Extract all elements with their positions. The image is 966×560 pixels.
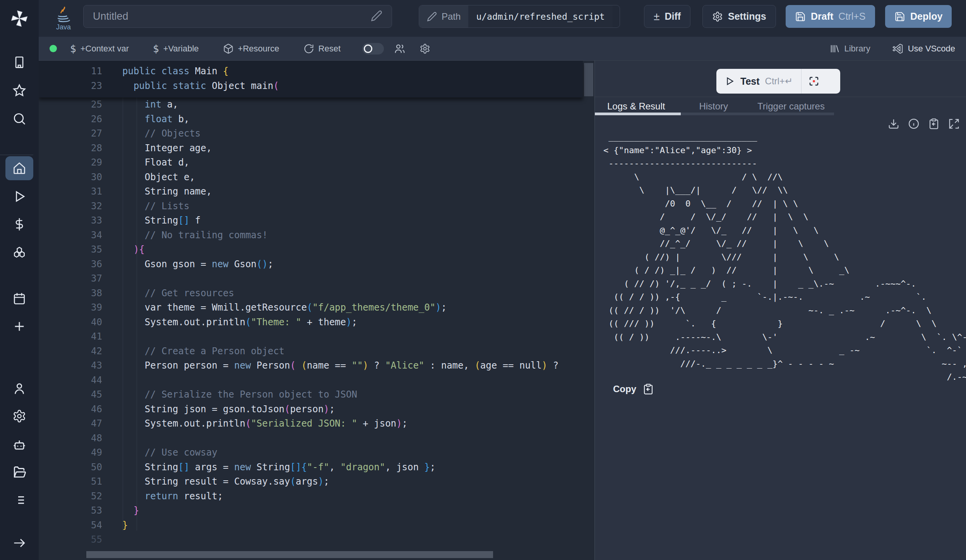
play-icon: [725, 76, 735, 86]
path-label-section[interactable]: Path: [419, 5, 468, 27]
home-icon[interactable]: [12, 161, 26, 175]
line-number[interactable]: 43: [39, 359, 102, 373]
topbar: Java Untitled Path u/admin/refreshed_scr…: [39, 0, 966, 37]
plus-minus-icon: ±: [654, 10, 659, 23]
tab-logs-and-result[interactable]: Logs & Result: [607, 101, 665, 112]
reset-button[interactable]: Reset: [303, 43, 341, 54]
test-shortcut: Ctrl+↵: [765, 76, 793, 87]
user-icon[interactable]: [12, 382, 26, 396]
line-number[interactable]: 38: [39, 286, 102, 301]
copy-result-button[interactable]: Copy: [613, 383, 654, 395]
favorites-star-icon[interactable]: [12, 84, 26, 97]
schedules-calendar-icon[interactable]: [12, 292, 26, 306]
line-number[interactable]: 27: [39, 126, 102, 141]
capture-test-args-button[interactable]: [802, 69, 826, 94]
code-line: 49 // Use cowsay: [39, 446, 594, 460]
copy-result-clipboard-icon[interactable]: [928, 118, 940, 130]
line-number[interactable]: 50: [39, 460, 102, 475]
code-line: 44: [39, 373, 594, 388]
line-number[interactable]: 34: [39, 228, 102, 243]
path-control[interactable]: Path u/admin/refreshed_script: [419, 5, 620, 28]
line-number[interactable]: 32: [39, 199, 102, 214]
line-number[interactable]: 28: [39, 141, 102, 156]
line-number[interactable]: 51: [39, 475, 102, 489]
use-vscode-button[interactable]: Use VScode: [892, 43, 955, 55]
line-number[interactable]: 26: [39, 112, 102, 127]
draft-label: Draft: [811, 11, 833, 22]
library-button[interactable]: Library: [829, 43, 870, 54]
code-line: 25 int a,: [39, 97, 594, 112]
expand-sidebar-arrow-icon[interactable]: [12, 536, 26, 550]
download-result-icon[interactable]: [888, 118, 899, 130]
line-number[interactable]: 49: [39, 446, 102, 460]
audit-logs-list-icon[interactable]: [12, 493, 26, 507]
runs-play-icon[interactable]: [12, 190, 26, 203]
line-number[interactable]: 44: [39, 373, 102, 388]
code-lines: 25 int a,26 float b,27 // Objects28 Inte…: [39, 97, 594, 547]
add-context-var-button[interactable]: $ +Context var: [70, 43, 129, 55]
tab-trigger-captures[interactable]: Trigger captures: [757, 101, 825, 112]
line-number[interactable]: 23: [39, 79, 102, 93]
deploy-button[interactable]: Deploy: [885, 5, 952, 28]
code-line: 36 Gson gson = new Gson();: [39, 257, 594, 272]
collaborators-button[interactable]: [394, 43, 406, 55]
line-number[interactable]: 36: [39, 257, 102, 272]
scan-capture-icon: [808, 75, 820, 87]
variable-label: +Variable: [163, 44, 199, 54]
line-number[interactable]: 31: [39, 184, 102, 199]
line-number[interactable]: 54: [39, 518, 102, 533]
settings-label: Settings: [728, 11, 766, 22]
line-number[interactable]: 45: [39, 388, 102, 402]
settings-gear-icon[interactable]: [12, 409, 26, 423]
code-line: 34 // No trailing commas!: [39, 228, 594, 243]
add-resource-button[interactable]: +Resource: [223, 43, 279, 54]
line-number[interactable]: 29: [39, 155, 102, 170]
code-line: 45 // Serialize the Person object to JSO…: [39, 388, 594, 402]
editor-horizontal-scrollbar[interactable]: [86, 551, 493, 558]
toolbar-right: Library Use VScode: [829, 43, 955, 55]
line-number[interactable]: 39: [39, 300, 102, 315]
line-number[interactable]: 40: [39, 315, 102, 330]
line-number[interactable]: 46: [39, 402, 102, 417]
diff-mode-toggle[interactable]: [362, 43, 384, 55]
toggle-knob: [364, 44, 372, 53]
path-value: u/admin/refreshed_script: [468, 5, 612, 27]
line-number[interactable]: 41: [39, 330, 102, 344]
line-number[interactable]: 42: [39, 344, 102, 359]
expand-result-icon[interactable]: [948, 118, 960, 130]
workers-bot-icon[interactable]: [12, 437, 27, 452]
folders-icon[interactable]: [12, 465, 27, 480]
line-number[interactable]: 30: [39, 170, 102, 185]
diff-button[interactable]: ± Diff: [644, 5, 690, 28]
windmill-logo-icon[interactable]: [9, 9, 29, 29]
add-plus-icon[interactable]: [13, 320, 26, 333]
script-title-input[interactable]: Untitled: [83, 5, 392, 28]
line-number[interactable]: 55: [39, 533, 102, 547]
code-editor[interactable]: 25 int a,26 float b,27 // Objects28 Inte…: [39, 60, 594, 560]
draft-button[interactable]: Draft Ctrl+S: [786, 5, 875, 28]
line-number[interactable]: 11: [39, 64, 102, 79]
editor-settings-button[interactable]: [420, 43, 430, 54]
line-number[interactable]: 25: [39, 97, 102, 112]
resources-boxes-icon[interactable]: [12, 245, 27, 260]
variables-dollar-icon[interactable]: [12, 217, 26, 231]
line-number[interactable]: 48: [39, 431, 102, 446]
workspace-icon[interactable]: [12, 55, 26, 69]
gear-icon: [420, 43, 430, 54]
line-number[interactable]: 35: [39, 242, 102, 257]
line-number[interactable]: 37: [39, 271, 102, 286]
code-line: 42 // Create a Person object: [39, 344, 594, 359]
line-number[interactable]: 53: [39, 504, 102, 518]
result-info-icon[interactable]: [908, 118, 920, 130]
add-variable-button[interactable]: $ +Variable: [153, 43, 199, 55]
editor-vertical-scrollbar[interactable]: [584, 63, 593, 96]
line-number[interactable]: 33: [39, 213, 102, 228]
search-icon[interactable]: [12, 112, 26, 126]
line-number[interactable]: 52: [39, 489, 102, 504]
edit-title-pencil-icon[interactable]: [371, 10, 382, 23]
tab-history[interactable]: History: [699, 101, 728, 112]
vscode-label: Use VScode: [908, 44, 955, 54]
line-number[interactable]: 47: [39, 417, 102, 431]
test-button[interactable]: Test Ctrl+↵: [716, 69, 801, 94]
settings-button[interactable]: Settings: [702, 5, 776, 28]
